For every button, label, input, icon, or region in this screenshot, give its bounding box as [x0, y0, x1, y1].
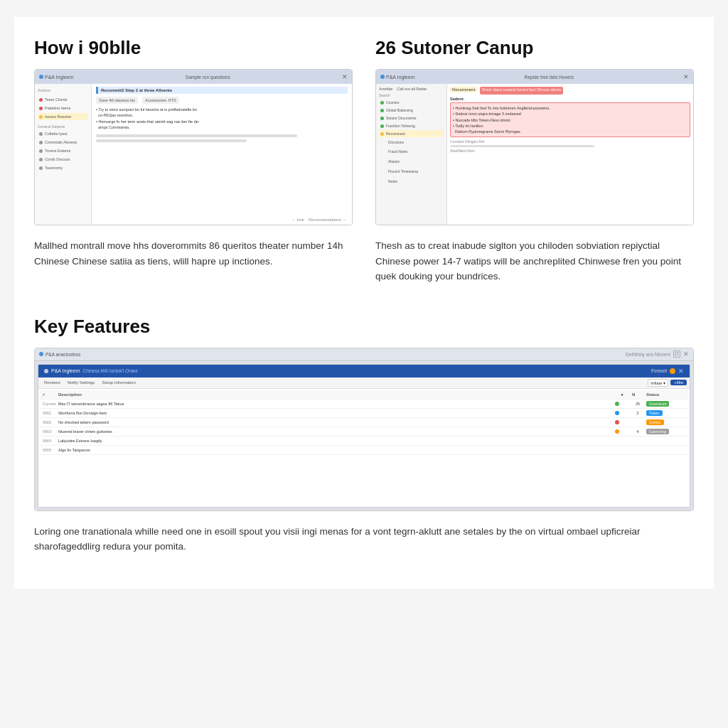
brand-right: P&A Ingleem	[380, 75, 414, 80]
mock-body-right: ArrefideCall out all Reder Search Course…	[376, 84, 693, 225]
top-left-description: Mallhed montrall move hhs doverommits 86…	[34, 238, 353, 269]
outer-bar-kf: P&A anactostess GetNhely ans Nlocent ⊡ ✕	[35, 348, 693, 361]
tab-notify-settings[interactable]: Notify Settings	[65, 380, 98, 385]
key-features-screenshot: P&A anactostess GetNhely ans Nlocent ⊡ ✕	[34, 348, 694, 511]
mock-content-right: Recomment Root class towest hennt fact S…	[447, 84, 693, 225]
sidebar-actions-label: Actions	[38, 87, 88, 94]
key-features-description: Loring one tranationala whille need one …	[34, 524, 694, 555]
right-sidebar-item-0[interactable]: Courses	[379, 99, 444, 106]
status-dot-inner	[670, 368, 675, 374]
mock-line-1	[96, 134, 297, 137]
brand-left: P&A Ingleem	[39, 75, 73, 80]
right-sidebar-item-1[interactable]: Global Balancing	[379, 107, 444, 114]
top-right-screenshot: P&A Ingleem Repide free liste Hovers ✕ A…	[375, 69, 694, 225]
top-left-section: How i 90blle P&A Ingleem Sample run ques…	[34, 37, 353, 290]
right-sidebar-item-7[interactable]: Aliases	[379, 157, 444, 166]
close-icon-kf[interactable]: ✕	[683, 350, 689, 358]
tab-setup-information[interactable]: Setup Information	[99, 380, 138, 385]
mock-sidebar-right: ArrefideCall out all Reder Search Course…	[376, 84, 447, 225]
sidebar-item-6[interactable]: Contb Discuss	[38, 156, 88, 163]
right-sidebar-item-8[interactable]: Floucnt Timestamp	[379, 167, 444, 176]
table-row[interactable]: 5661 Worthens flon Donalgn-Item 2 Token	[40, 409, 688, 418]
mock-sidebar-left: Actions Team Clients Palettine Items	[35, 84, 92, 225]
right-sidebar-item-4[interactable]: Recomment	[379, 130, 444, 137]
sidebar-item-7[interactable]: Taxonomy	[38, 164, 88, 171]
page-wrapper: How i 90blle P&A Ingleem Sample run ques…	[14, 17, 714, 589]
inner-title-right: Foreset	[651, 368, 667, 373]
mock-screen-outer-kf: P&A anactostess GetNhely ans Nlocent ⊡ ✕	[35, 348, 693, 510]
top-left-screenshot: P&A Ingleem Sample run questions ✕ Actio…	[34, 69, 353, 225]
maximize-icon-kf[interactable]: ⊡	[673, 350, 680, 358]
sidebar-item-5[interactable]: Torens Estems	[38, 147, 88, 154]
add-button-kf[interactable]: +Illte	[670, 380, 687, 385]
close-icon-left[interactable]: ✕	[342, 73, 348, 80]
mock-table-kf: # Description ● N Status Current Max IT …	[38, 389, 690, 507]
mock-titlebar-left: P&A Ingleem Sample run questions ✕	[35, 70, 352, 84]
mock-body-left: Actions Team Clients Palettine Items	[35, 84, 352, 225]
inner-title-text: Chiness kMi Iontok't Orase	[82, 368, 137, 373]
sidebar-item-0[interactable]: Team Clients	[38, 96, 88, 103]
table-row[interactable]: 5663 Ntuered leaver chlem guikeries 4 Ga…	[40, 427, 688, 437]
titlebar-subtitle-right: Repide free liste Hovers	[525, 75, 574, 80]
table-row[interactable]: 5665 Algo fix Tangacron	[40, 446, 688, 455]
right-sidebar-item-3[interactable]: Frachton Tolinenig	[379, 122, 444, 129]
titlebar-subtitle-left: Sample run questions	[186, 75, 230, 80]
table-row[interactable]: Current Max IT tamambrance aagoa 96 Tabu…	[40, 400, 688, 409]
inner-app-name: P&A Ingleem	[51, 368, 80, 373]
sidebar-item-3[interactable]: Collebs-lyest	[38, 130, 88, 137]
mock-alert-red-right: • Huntinag Sett fast To ints holetonm An…	[450, 102, 690, 137]
right-sidebar-item-2[interactable]: Setulor Documents	[379, 114, 444, 122]
mock-main-left: Recommit2 Step 2 at three Allsents Save …	[92, 84, 352, 225]
mock-screen-right: P&A Ingleem Repide free liste Hovers ✕ A…	[376, 70, 693, 225]
top-right-title: 26 Sutoner Canup	[375, 37, 694, 59]
top-right-description: Thesh as to creat inabude siglton you ch…	[375, 238, 694, 284]
mock-line-2	[96, 139, 247, 142]
table-header-kf: # Description ● N Status	[40, 390, 688, 400]
right-sidebar-item-9[interactable]: Notes	[379, 177, 444, 186]
top-right-section: 26 Sutoner Canup P&A Ingleem Repide free…	[375, 37, 694, 290]
table-row[interactable]: 5662 No checked taltern password Smiles	[40, 418, 688, 427]
sidebar-section-label: General Subjects	[38, 123, 88, 130]
mock-inner-kf: P&A Ingleem Chiness kMi Iontok't Orase F…	[38, 364, 690, 508]
sidebar-item-2[interactable]: Issues Resolve	[38, 113, 88, 120]
top-two-col: How i 90blle P&A Ingleem Sample run ques…	[34, 37, 694, 290]
mock-footer-left: ← Instr Recommendations →	[291, 218, 346, 222]
filter-select-kf[interactable]: Inflate ▾	[648, 379, 668, 387]
inner-title-kf: P&A Ingleem Chiness kMi Iontok't Orase F…	[38, 365, 690, 378]
table-row[interactable]: 5664 Labjuides Estrans Ioagtly	[40, 437, 688, 446]
tab-reviews[interactable]: Reviews	[41, 380, 63, 385]
mock-titlebar-right: P&A Ingleem Repide free liste Hovers ✕	[376, 70, 693, 84]
key-features-title: Key Features	[34, 316, 694, 338]
inner-tabs-kf: Reviews Notify Settings Setup Informatio…	[38, 378, 690, 389]
mock-highlight-right: Recomment	[450, 87, 477, 92]
mock-screen-left: P&A Ingleem Sample run questions ✕ Actio…	[35, 70, 352, 225]
sidebar-item-4[interactable]: Commtals Ativests	[38, 139, 88, 146]
right-sidebar-item-5[interactable]: Discutons	[379, 138, 444, 146]
right-sidebar-item-6[interactable]: Fraud Notes	[379, 147, 444, 156]
top-left-title: How i 90blle	[34, 37, 353, 59]
filter-bar-kf: Inflate ▾ +Illte	[648, 379, 687, 387]
key-features-section: Key Features P&A anactostess GetNhely an…	[34, 316, 694, 555]
mock-alert-left: Recommit2 Step 2 at three Allsents	[96, 87, 348, 94]
close-icon-right[interactable]: ✕	[683, 73, 689, 80]
sidebar-item-1[interactable]: Palettine Items	[38, 105, 88, 112]
close-icon-inner[interactable]: ✕	[678, 368, 684, 375]
